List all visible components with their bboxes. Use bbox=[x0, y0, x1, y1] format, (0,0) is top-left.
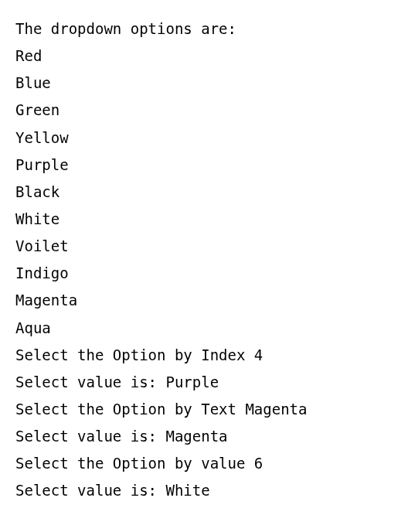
option-line: Purple bbox=[15, 152, 393, 179]
option-line: White bbox=[15, 206, 393, 233]
option-line: Green bbox=[15, 97, 393, 124]
option-line: Indigo bbox=[15, 260, 393, 287]
result-line: Select value is: Magenta bbox=[15, 423, 393, 450]
option-line: Magenta bbox=[15, 287, 393, 314]
result-line: Select the Option by Index 4 bbox=[15, 342, 393, 369]
result-line: Select the Option by value 6 bbox=[15, 450, 393, 477]
option-line: Black bbox=[15, 179, 393, 206]
option-line: Voilet bbox=[15, 233, 393, 260]
option-line: Aqua bbox=[15, 315, 393, 342]
result-line: Select value is: White bbox=[15, 477, 393, 504]
result-line: Select the Option by Text Magenta bbox=[15, 396, 393, 423]
option-line: Red bbox=[15, 43, 393, 70]
option-line: Blue bbox=[15, 70, 393, 97]
option-line: Yellow bbox=[15, 124, 393, 152]
header-line: The dropdown options are: bbox=[15, 15, 393, 43]
result-line: Select value is: Purple bbox=[15, 369, 393, 396]
